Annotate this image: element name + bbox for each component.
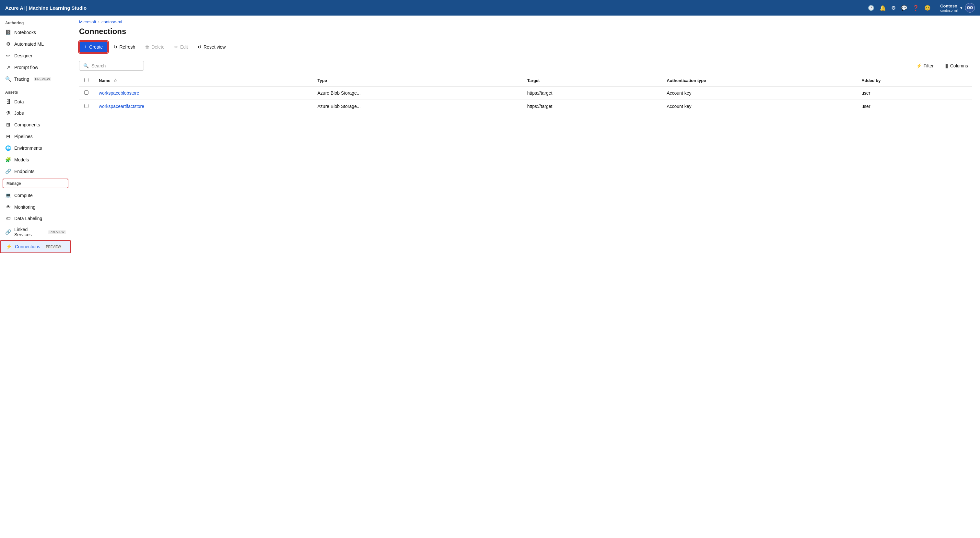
create-button[interactable]: + Create <box>79 41 108 53</box>
sidebar: Authoring 📓 Notebooks ⚙ Automated ML ✏ D… <box>0 16 71 538</box>
environments-icon: 🌐 <box>5 145 11 151</box>
sort-icon[interactable]: ☆ <box>113 78 117 83</box>
sidebar-item-connections[interactable]: ⚡ Connections PREVIEW <box>0 240 71 253</box>
table-row[interactable]: workspaceartifactstore Azure Blob Storag… <box>79 100 972 113</box>
reset-icon: ↺ <box>198 45 202 49</box>
filter-icon: ⚡ <box>916 63 922 68</box>
col-name: Name ☆ <box>94 75 312 86</box>
delete-button[interactable]: 🗑 Delete <box>141 42 169 52</box>
sidebar-item-label: Notebooks <box>14 30 36 35</box>
sidebar-item-data-labeling[interactable]: 🏷 Data Labeling <box>0 213 71 224</box>
refresh-button[interactable]: ↻ Refresh <box>109 42 139 52</box>
settings-icon[interactable]: ⚙ <box>891 5 896 11</box>
refresh-button-label: Refresh <box>119 45 135 49</box>
filter-button-label: Filter <box>924 63 934 68</box>
sidebar-item-label: Data Labeling <box>14 216 42 221</box>
automated-ml-icon: ⚙ <box>5 41 11 47</box>
search-input[interactable] <box>91 63 140 68</box>
app-title: Azure AI | Machine Learning Studio <box>5 5 86 11</box>
notebooks-icon: 📓 <box>5 30 11 35</box>
table-row[interactable]: workspaceblobstore Azure Blob Storage...… <box>79 86 972 100</box>
sidebar-item-data[interactable]: 🗄 Data <box>0 96 71 107</box>
prompt-flow-icon: ↗ <box>5 65 11 70</box>
search-icon: 🔍 <box>83 63 89 68</box>
sidebar-item-label: Connections <box>15 244 40 249</box>
row-auth-type: Account key <box>662 86 856 100</box>
sidebar-item-jobs[interactable]: ⚗ Jobs <box>0 107 71 119</box>
endpoints-icon: 🔗 <box>5 169 11 174</box>
connections-table: Name ☆ Type Target Authentication type A… <box>79 75 972 113</box>
columns-button[interactable]: ||| Columns <box>940 61 972 71</box>
reset-view-button[interactable]: ↺ Reset view <box>194 42 230 52</box>
columns-button-label: Columns <box>950 63 968 68</box>
content-area: Microsoft › contoso-ml Connections + Cre… <box>71 16 980 538</box>
row-name[interactable]: workspaceblobstore <box>94 86 312 100</box>
sidebar-item-label: Models <box>14 157 29 162</box>
breadcrumb-microsoft[interactable]: Microsoft <box>79 19 96 24</box>
sidebar-item-label: Prompt flow <box>14 65 38 70</box>
user-dropdown-icon[interactable]: ▾ <box>960 5 963 10</box>
sidebar-item-components[interactable]: ⊞ Components <box>0 119 71 131</box>
sidebar-item-label: Monitoring <box>14 204 35 210</box>
refresh-icon: ↻ <box>113 45 117 49</box>
row-type: Azure Blob Storage... <box>312 86 522 100</box>
sidebar-item-label: Designer <box>14 53 32 58</box>
assets-section-label: Assets <box>0 85 71 96</box>
authoring-section-label: Authoring <box>0 16 71 27</box>
breadcrumb-workspace[interactable]: contoso-ml <box>102 19 122 24</box>
edit-icon: ✏ <box>174 45 178 49</box>
table-controls: 🔍 ⚡ Filter ||| Columns <box>71 57 980 75</box>
table-header-row: Name ☆ Type Target Authentication type A… <box>79 75 972 86</box>
data-labeling-icon: 🏷 <box>5 215 11 221</box>
pipelines-icon: ⊟ <box>5 134 11 139</box>
sidebar-item-compute[interactable]: 💻 Compute <box>0 189 71 201</box>
notifications-icon[interactable]: 🔔 <box>880 5 886 11</box>
edit-button[interactable]: ✏ Edit <box>170 42 192 52</box>
row-checkbox-cell[interactable] <box>79 86 94 100</box>
history-icon[interactable]: 🕐 <box>868 5 874 11</box>
sidebar-item-endpoints[interactable]: 🔗 Endpoints <box>0 166 71 177</box>
sidebar-item-automated-ml[interactable]: ⚙ Automated ML <box>0 38 71 50</box>
sidebar-item-models[interactable]: 🧩 Models <box>0 154 71 166</box>
filter-button[interactable]: ⚡ Filter <box>912 61 938 71</box>
select-all-checkbox[interactable] <box>84 78 89 82</box>
row-checkbox-cell[interactable] <box>79 100 94 113</box>
sidebar-item-notebooks[interactable]: 📓 Notebooks <box>0 27 71 38</box>
delete-icon: 🗑 <box>145 45 150 49</box>
sidebar-item-monitoring[interactable]: 👁 Monitoring <box>0 201 71 213</box>
sidebar-item-prompt-flow[interactable]: ↗ Prompt flow <box>0 62 71 73</box>
sidebar-item-label: Linked Services <box>14 227 44 237</box>
sidebar-item-tracing[interactable]: 🔍 Tracing PREVIEW <box>0 73 71 85</box>
col-checkbox <box>79 75 94 86</box>
user-menu[interactable]: Contoso contoso-ml ▾ OO <box>936 3 975 13</box>
sidebar-item-designer[interactable]: ✏ Designer <box>0 50 71 62</box>
col-target: Target <box>522 75 662 86</box>
search-box[interactable]: 🔍 <box>79 61 144 71</box>
row-target: https://target <box>522 100 662 113</box>
row-type: Azure Blob Storage... <box>312 100 522 113</box>
edit-button-label: Edit <box>180 45 188 49</box>
models-icon: 🧩 <box>5 157 11 163</box>
sidebar-item-label: Tracing <box>14 76 29 82</box>
columns-icon: ||| <box>945 63 948 68</box>
data-icon: 🗄 <box>5 99 11 104</box>
breadcrumb-separator: › <box>98 19 100 24</box>
monitoring-icon: 👁 <box>5 204 11 210</box>
sidebar-item-label: Environments <box>14 145 42 151</box>
sidebar-item-linked-services[interactable]: 🔗 Linked Services PREVIEW <box>0 224 71 240</box>
table-right-controls: ⚡ Filter ||| Columns <box>912 61 972 71</box>
user-face-icon[interactable]: 😊 <box>924 5 931 11</box>
delete-button-label: Delete <box>151 45 164 49</box>
user-subtitle: contoso-ml <box>940 8 958 12</box>
col-type: Type <box>312 75 522 86</box>
feedback-icon[interactable]: 💬 <box>901 5 907 11</box>
table-container: Name ☆ Type Target Authentication type A… <box>71 75 980 538</box>
sidebar-item-label: Automated ML <box>14 41 44 47</box>
row-checkbox[interactable] <box>84 91 89 95</box>
row-name[interactable]: workspaceartifactstore <box>94 100 312 113</box>
sidebar-item-label: Jobs <box>14 110 24 116</box>
sidebar-item-pipelines[interactable]: ⊟ Pipelines <box>0 131 71 142</box>
help-icon[interactable]: ❓ <box>913 5 919 11</box>
row-checkbox[interactable] <box>84 104 89 108</box>
sidebar-item-environments[interactable]: 🌐 Environments <box>0 142 71 154</box>
